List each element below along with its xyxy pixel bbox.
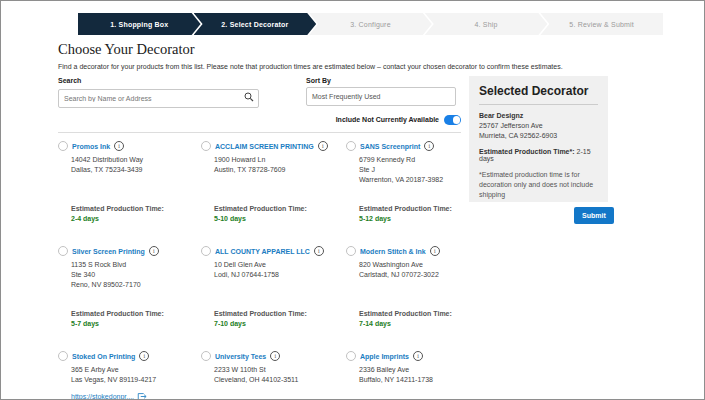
decorator-radio[interactable] [201, 351, 211, 361]
select-decorator-page: 1. Shopping Box 2. Select Decorator 3. C… [0, 0, 705, 400]
decorator-name-link[interactable]: Silver Screen Printing [72, 248, 145, 255]
decorator-website-link[interactable]: https://stokedonpr.... [71, 393, 134, 400]
decorator-card-acclaim: ACCLAIM SCREEN PRINTING 1900 Howard Ln A… [201, 139, 346, 244]
decorator-name-link[interactable]: Promos Ink [72, 143, 110, 150]
decorator-address: 1135 S Rock Blvd Ste 340 Reno, NV 89502-… [71, 260, 201, 290]
production-time: Estimated Production Time: 5-12 days [359, 204, 466, 224]
info-icon[interactable] [139, 351, 149, 361]
step-shopping-box[interactable]: 1. Shopping Box [78, 13, 201, 35]
decorator-card-apple-imprints: Apple Imprints 2336 Bailey Ave Buffalo, … [346, 349, 466, 400]
production-time: Estimated Production Time: 5-7 days [71, 309, 201, 329]
decorator-address: 1900 Howard Ln Austin, TX 78728-7609 [214, 155, 346, 175]
panel-divider [479, 104, 598, 105]
decorator-radio[interactable] [346, 246, 356, 256]
availability-toggle[interactable] [444, 115, 461, 125]
production-time: Estimated Production Time: 5-10 days [214, 204, 346, 224]
info-icon[interactable] [318, 141, 328, 151]
decorator-name-link[interactable]: Apple Imprints [360, 353, 409, 360]
step-select-decorator[interactable]: 2. Select Decorator [194, 13, 317, 35]
selected-decorator-production-time: Estimated Production Time*: 2-15 days [479, 148, 598, 162]
info-icon[interactable] [430, 246, 440, 256]
step-configure[interactable]: 3. Configure [309, 13, 432, 35]
search-label: Search [58, 77, 259, 84]
decorator-address: 2336 Bailey Ave Buffalo, NY 14211-1738 [359, 365, 466, 385]
info-icon[interactable] [314, 246, 324, 256]
production-time: Estimated Production Time: 7-10 days [214, 309, 346, 329]
selected-decorator-title: Selected Decorator [479, 84, 598, 98]
decorator-card-silver-screen: Silver Screen Printing 1135 S Rock Blvd … [58, 244, 201, 349]
page-title: Choose Your Decorator [58, 41, 649, 58]
page-subtitle: Find a decorator for your products from … [58, 63, 649, 70]
sort-by-select[interactable]: Most Frequently Used [306, 87, 456, 106]
decorator-radio[interactable] [201, 141, 211, 151]
toggle-knob [453, 116, 461, 124]
selected-decorator-address: 25767 Jefferson Ave Murrieta, CA 92562-6… [479, 121, 598, 141]
decorator-address: 6799 Kennedy Rd Ste J Warrenton, VA 2018… [359, 155, 466, 185]
external-link-icon [137, 392, 147, 400]
decorator-name-link[interactable]: ACCLAIM SCREEN PRINTING [215, 143, 314, 150]
selected-decorator-panel: Selected Decorator Bear Designz 25767 Je… [469, 76, 608, 202]
selected-decorator-name: Bear Designz [479, 112, 598, 119]
info-icon[interactable] [413, 351, 423, 361]
decorator-card-promos-ink: Promos Ink 14042 Distribution Way Dallas… [58, 139, 201, 244]
decorator-name-link[interactable]: ALL COUNTY APPAREL LLC [215, 248, 310, 255]
info-icon[interactable] [270, 351, 280, 361]
decorator-address: 820 Washington Ave Carlstadt, NJ 07072-3… [359, 260, 466, 280]
decorator-card-sans: SANS Screenprint 6799 Kennedy Rd Ste J W… [346, 139, 466, 244]
decorator-card-university-tees: University Tees 2233 W 110th St Clevelan… [201, 349, 346, 400]
list-divider [58, 132, 461, 133]
decorator-address: 2233 W 110th St Cleveland, OH 44102-3511 [214, 365, 346, 385]
decorator-radio[interactable] [346, 351, 356, 361]
decorator-card-stoked: Stoked On Printing 365 E Arby Ave Las Ve… [58, 349, 201, 400]
search-icon[interactable] [244, 92, 254, 102]
sort-by-label: Sort By [306, 77, 456, 84]
info-icon[interactable] [424, 141, 434, 151]
decorator-name-link[interactable]: Modern Stitch & Ink [360, 248, 426, 255]
decorator-radio[interactable] [58, 351, 68, 361]
decorator-radio[interactable] [201, 246, 211, 256]
decorator-list: Promos Ink 14042 Distribution Way Dallas… [58, 139, 478, 400]
decorator-address: 14042 Distribution Way Dallas, TX 75234-… [71, 155, 201, 175]
search-input[interactable] [58, 89, 259, 108]
decorator-radio[interactable] [346, 141, 356, 151]
decorator-name-link[interactable]: SANS Screenprint [360, 143, 420, 150]
decorator-address: 365 E Arby Ave Las Vegas, NV 89119-4217 [71, 365, 201, 385]
progress-stepper: 1. Shopping Box 2. Select Decorator 3. C… [78, 13, 663, 35]
decorator-name-link[interactable]: Stoked On Printing [72, 353, 135, 360]
submit-button[interactable]: Submit [574, 207, 614, 224]
decorator-address: 10 Dell Glen Ave Lodi, NJ 07644-1758 [214, 260, 346, 280]
info-icon[interactable] [114, 141, 124, 151]
availability-toggle-label: Include Not Currently Available [336, 116, 439, 123]
decorator-name-link[interactable]: University Tees [215, 353, 266, 360]
step-review-submit[interactable]: 5. Review & Submit [540, 13, 663, 35]
production-time-disclaimer: *Estimated production time is for decora… [479, 170, 598, 200]
decorator-card-modern-stitch: Modern Stitch & Ink 820 Washington Ave C… [346, 244, 466, 349]
decorator-card-all-county: ALL COUNTY APPAREL LLC 10 Dell Glen Ave … [201, 244, 346, 349]
info-icon[interactable] [149, 246, 159, 256]
decorator-radio[interactable] [58, 141, 68, 151]
step-ship[interactable]: 4. Ship [425, 13, 548, 35]
decorator-radio[interactable] [58, 246, 68, 256]
production-time: Estimated Production Time: 7-14 days [359, 309, 466, 329]
production-time: Estimated Production Time: 2-4 days [71, 204, 201, 224]
